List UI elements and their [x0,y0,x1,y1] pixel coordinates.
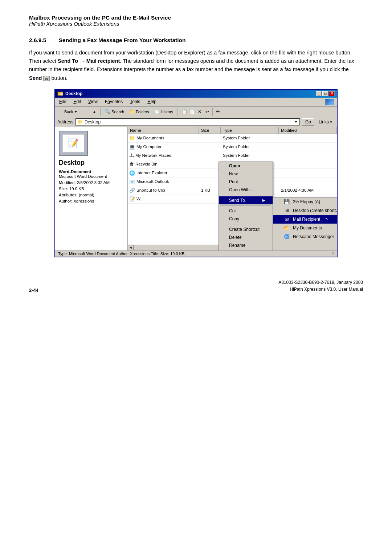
recycle-icon [129,162,134,167]
delete-icon[interactable]: ✕ [196,109,203,115]
menu-edit[interactable]: Edit [72,99,82,105]
left-meta-size: Size: 19.0 KB [59,187,124,191]
copy-icon[interactable]: 📋 [181,109,188,115]
ctx-create-shortcut[interactable]: Create Shortcut [219,225,273,233]
outlook-icon [129,179,135,184]
section-number: 2.6.9.5 [29,37,46,43]
modified-val: 2/5/2002 3:32 AM [77,180,110,185]
menu-tools[interactable]: Tools [129,99,141,105]
go-button[interactable]: Go [302,118,314,126]
left-meta-author: Author: Xpressions [59,199,124,203]
size-label: Size: [59,187,68,191]
sub-netscape[interactable]: Netscape Messenger [273,232,337,241]
sub-my-documents[interactable]: My Documents [273,224,337,232]
col-size[interactable]: Size [199,127,221,134]
svg-rect-2 [60,93,63,95]
folder-icon [129,135,135,141]
sub-mydocs-label: My Documents [293,225,322,230]
right-pane: Name Size Type Modified My Documents Sys… [128,127,337,250]
ctx-rename[interactable]: Rename [219,241,273,249]
toolbar-icons: 📋 📄 ✕ ↩ ☰ [181,108,221,116]
page-footer: 2-44 A31003-S2330-B690-2-7619, January 2… [29,279,363,293]
title-bar-label: Desktop [65,91,82,96]
back-button[interactable]: ← Back ▼ [57,108,79,115]
history-button[interactable]: 🕐 History [152,109,175,115]
left-meta-label1: Word-Document [59,170,124,174]
doc-subtitle: HiPath Xpressions Outlook Extensions [29,21,363,27]
menu-view[interactable]: View [87,99,99,105]
close-button[interactable]: ✕ [329,91,335,96]
ctx-separator-2 [220,205,271,206]
section-heading: 2.6.9.5 Sending a Fax Message From Your … [29,37,363,44]
ctx-copy[interactable]: Copy [219,215,273,223]
paste-icon[interactable]: 📄 [189,109,195,115]
sub-mail-label: Mail Recipient [293,217,320,222]
file-row[interactable]: My Documents System Folder [128,134,337,143]
toolbar-separator-1 [100,108,101,116]
mydocs-icon [283,225,290,231]
back-label: Back [64,110,73,114]
ctx-new[interactable]: New [219,170,273,178]
toolbar-separator-2 [177,108,177,116]
col-modified[interactable]: Modified [279,127,337,134]
up-button[interactable]: ▲ [90,109,98,115]
ctx-send-to[interactable]: Send To ▶ [219,196,273,204]
ctx-print[interactable]: Print [219,178,273,186]
ctx-delete[interactable]: Delete [219,233,273,241]
left-meta-modified: Modified: 2/5/2002 3:32 AM [59,180,124,185]
explorer-icon [57,91,63,97]
resize-icon: // [332,252,334,256]
sub-desktop-label: Desktop (create shortcut) [293,208,337,213]
left-meta-attr: Attributes: (normal) [59,193,124,197]
author-val: Xpressions [73,199,94,203]
submenu-arrow: ▶ [262,198,265,202]
footer-line1: A31003-S2330-B690-2-7619, January 2003 [278,279,363,286]
status-text: Type: Microsoft Word Document Author: Xp… [58,252,184,256]
file-list-header: Name Size Type Modified [128,127,337,134]
file-row[interactable]: My Computer System Folder [128,143,337,151]
sub-mail-recipient[interactable]: Mail Recipient ↖ [273,215,337,224]
size-val: 19.0 KB [69,187,84,191]
search-button[interactable]: 🔍 Search [103,108,126,115]
minimize-button[interactable]: _ [316,91,322,96]
left-meta-val1: Microsoft Word Document [59,174,124,179]
file-row[interactable]: My Network Places System Folder [128,151,337,160]
menu-help[interactable]: Help [146,99,158,105]
sub-floppy[interactable]: 3½ Floppy (A) [273,197,337,206]
footer-line2: HiPath Xpressions V3.0, User Manual [278,286,363,293]
folders-button[interactable]: 📁 Folders [127,109,151,115]
address-input[interactable]: 📁 Desktop ▼ [75,118,300,126]
undo-icon[interactable]: ↩ [204,109,211,115]
footer-right: A31003-S2330-B690-2-7619, January 2003 H… [278,279,363,293]
menu-bar: File Edit View Favorites Tools Help [55,98,337,107]
send-to-submenu: 3½ Floppy (A) Desktop (create shortcut) … [273,197,337,250]
title-bar: Desktop _ ▭ ✕ [55,90,337,98]
svg-rect-1 [58,93,60,95]
author-label: Author: [59,199,72,203]
address-value: Desktop [85,119,101,125]
restore-button[interactable]: ▭ [322,91,328,96]
menu-favorites[interactable]: Favorites [104,99,124,105]
ie-icon [129,170,135,176]
word-icon [129,196,135,202]
sub-netscape-label: Netscape Messenger [293,234,334,239]
sub-desktop[interactable]: Desktop (create shortcut) [273,206,337,215]
section-title: Sending a Fax Message From Your Workstat… [59,37,186,43]
modified-label: Modified: [59,180,76,185]
ctx-open[interactable]: Open [219,162,273,170]
col-type[interactable]: Type [221,127,279,134]
col-name[interactable]: Name [128,127,199,134]
search-label: Search [111,110,124,114]
doc-header: Mailbox Processing on the PC and the E-M… [29,15,363,27]
views-icon[interactable]: ☰ [215,109,221,115]
context-menu-container: Open New Print Open With... Send To ▶ Cu… [219,162,337,250]
left-pane-title: Desktop [59,159,124,167]
menu-file[interactable]: File [58,99,67,105]
forward-button[interactable]: → [81,108,89,115]
explorer-content: 📝 Desktop Word-Document Microsoft Word D… [55,127,337,250]
ctx-open-with[interactable]: Open With... [219,186,273,194]
toolbar: ← Back ▼ → ▲ 🔍 Search 📁 Folders 🕐 Histor… [55,107,337,117]
address-label: Address [57,119,73,125]
ctx-cut[interactable]: Cut [219,207,273,215]
ctx-separator-3 [220,224,271,224]
